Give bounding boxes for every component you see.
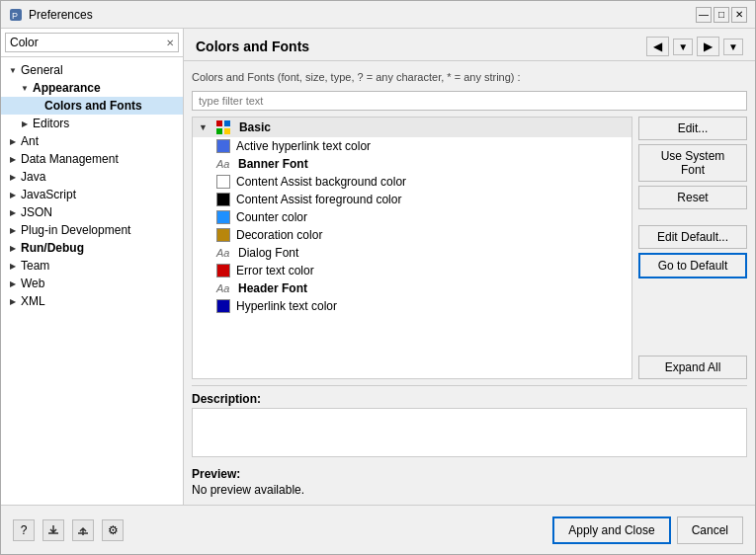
- sidebar-item-general-label: General: [21, 63, 63, 77]
- expand-ant-icon: [7, 135, 19, 147]
- sidebar-item-editors[interactable]: Editors: [1, 115, 183, 132]
- import-icon[interactable]: [42, 519, 64, 541]
- preview-label: Preview:: [192, 467, 747, 483]
- expand-appearance-icon: [19, 82, 31, 94]
- forward-dropdown-button[interactable]: ▼: [723, 39, 743, 55]
- error-label: Error text color: [236, 264, 314, 278]
- list-item-ca-fg[interactable]: Content Assist foreground color: [193, 191, 631, 208]
- sidebar-item-colors-and-fonts[interactable]: Colors and Fonts: [1, 97, 183, 115]
- sidebar-item-java[interactable]: Java: [1, 168, 183, 186]
- sidebar-item-data-management[interactable]: Data Management: [1, 150, 183, 168]
- counter-swatch: [216, 210, 230, 224]
- basic-group-header[interactable]: ▼ Basic: [193, 118, 631, 137]
- ca-bg-swatch: [216, 175, 230, 189]
- sidebar-item-team[interactable]: Team: [1, 257, 183, 275]
- sidebar-search-area: ✕: [1, 29, 183, 57]
- bottom-icons: ? ⚙: [13, 519, 124, 541]
- settings-icon[interactable]: ⚙: [102, 519, 124, 541]
- sidebar-item-json-label: JSON: [21, 205, 52, 219]
- bottom-buttons: Apply and Close Cancel: [552, 516, 743, 544]
- decoration-label: Decoration color: [236, 228, 322, 242]
- sidebar-item-javascript[interactable]: JavaScript: [1, 186, 183, 203]
- list-item-error-text[interactable]: Error text color: [193, 262, 631, 279]
- error-swatch: [216, 264, 230, 278]
- svg-rect-3: [224, 120, 230, 126]
- colors-list-container: ▼ Basic: [192, 117, 632, 379]
- edit-default-button[interactable]: Edit Default...: [638, 225, 747, 249]
- close-button[interactable]: ✕: [731, 7, 747, 23]
- edit-button[interactable]: Edit...: [638, 117, 747, 140]
- forward-button[interactable]: ▶: [697, 37, 719, 56]
- sidebar-item-team-label: Team: [21, 259, 49, 273]
- sidebar-item-run-debug[interactable]: Run/Debug: [1, 239, 183, 257]
- expand-json-icon: [7, 206, 19, 218]
- sidebar-item-web[interactable]: Web: [1, 275, 183, 292]
- header-font-aa-icon: Aa: [216, 282, 232, 294]
- titlebar: P Preferences — □ ✕: [1, 1, 755, 29]
- sidebar-item-caf-label: Colors and Fonts: [44, 99, 142, 113]
- help-icon[interactable]: ?: [13, 519, 35, 541]
- bottom-bar: ? ⚙ Apply and Close Cancel: [1, 505, 755, 554]
- svg-rect-2: [216, 120, 222, 126]
- window-controls: — □ ✕: [696, 7, 747, 23]
- description-label: Description:: [192, 392, 747, 408]
- sidebar-item-xml[interactable]: XML: [1, 292, 183, 310]
- sidebar-search-input[interactable]: [10, 36, 166, 49]
- sidebar-item-appearance-label: Appearance: [33, 81, 101, 95]
- filter-input[interactable]: [192, 91, 747, 111]
- sidebar-item-rd-label: Run/Debug: [21, 241, 84, 255]
- active-hyperlink-label: Active hyperlink text color: [236, 139, 371, 153]
- reset-button[interactable]: Reset: [638, 186, 747, 209]
- expand-web-icon: [7, 278, 19, 289]
- go-to-default-button[interactable]: Go to Default: [638, 253, 747, 278]
- maximize-button[interactable]: □: [714, 7, 729, 23]
- expand-editors-icon: [19, 118, 31, 129]
- minimize-button[interactable]: —: [696, 7, 712, 23]
- list-item-dialog-font[interactable]: Aa Dialog Font: [193, 244, 631, 262]
- header-font-label: Header Font: [238, 281, 307, 295]
- list-item-more[interactable]: Hyperlink text color: [193, 297, 631, 315]
- sidebar-item-appearance[interactable]: Appearance: [1, 79, 183, 97]
- action-buttons: Edit... Use System Font Reset Edit Defau…: [638, 117, 747, 379]
- panel-body: Colors and Fonts (font, size, type, ? = …: [184, 61, 755, 505]
- content-area: ▼ Basic: [192, 117, 747, 379]
- list-item-ca-bg[interactable]: Content Assist background color: [193, 173, 631, 191]
- sidebar-item-js-label: JavaScript: [21, 188, 76, 201]
- cancel-button[interactable]: Cancel: [677, 516, 743, 544]
- expand-xml-icon: [7, 295, 19, 307]
- back-button[interactable]: ◀: [646, 37, 669, 56]
- sidebar-item-json[interactable]: JSON: [1, 203, 183, 221]
- sidebar: ✕ General Appearance Colors and Fonts: [1, 29, 184, 505]
- list-item-header-font[interactable]: Aa Header Font: [193, 279, 631, 297]
- dialog-font-aa-icon: Aa: [216, 247, 232, 259]
- use-system-font-button[interactable]: Use System Font: [638, 144, 747, 182]
- expand-caf-icon: [31, 100, 42, 112]
- sidebar-item-plugin-development[interactable]: Plug-in Development: [1, 221, 183, 239]
- window-icon: P: [9, 8, 23, 22]
- list-item-counter-color[interactable]: Counter color: [193, 208, 631, 226]
- dialog-font-label: Dialog Font: [238, 246, 298, 260]
- expand-all-button[interactable]: Expand All: [638, 356, 747, 379]
- more-swatch: [216, 299, 230, 313]
- sidebar-item-dm-label: Data Management: [21, 152, 119, 166]
- sidebar-item-ant[interactable]: Ant: [1, 132, 183, 150]
- list-item-decoration-color[interactable]: Decoration color: [193, 226, 631, 244]
- expand-pid-icon: [7, 224, 19, 236]
- ca-bg-label: Content Assist background color: [236, 175, 406, 189]
- list-item-banner-font[interactable]: Aa Banner Font: [193, 155, 631, 173]
- counter-label: Counter color: [236, 210, 307, 224]
- clear-search-icon[interactable]: ✕: [166, 38, 174, 48]
- banner-font-aa-icon: Aa: [216, 158, 232, 170]
- export-icon[interactable]: [72, 519, 94, 541]
- list-item-active-hyperlink[interactable]: Active hyperlink text color: [193, 137, 631, 155]
- filter-description: Colors and Fonts (font, size, type, ? = …: [192, 69, 747, 85]
- decoration-swatch: [216, 228, 230, 242]
- dropdown-button[interactable]: ▼: [673, 39, 693, 55]
- main-content: ✕ General Appearance Colors and Fonts: [1, 29, 755, 505]
- sidebar-item-general[interactable]: General: [1, 61, 183, 79]
- right-panel: Colors and Fonts ◀ ▼ ▶ ▼ Colors and Font…: [184, 29, 755, 505]
- preferences-window: P Preferences — □ ✕ ✕ General: [0, 0, 756, 555]
- apply-and-close-button[interactable]: Apply and Close: [552, 516, 670, 544]
- basic-expand-icon: ▼: [199, 122, 208, 132]
- basic-group-icon: [215, 119, 231, 135]
